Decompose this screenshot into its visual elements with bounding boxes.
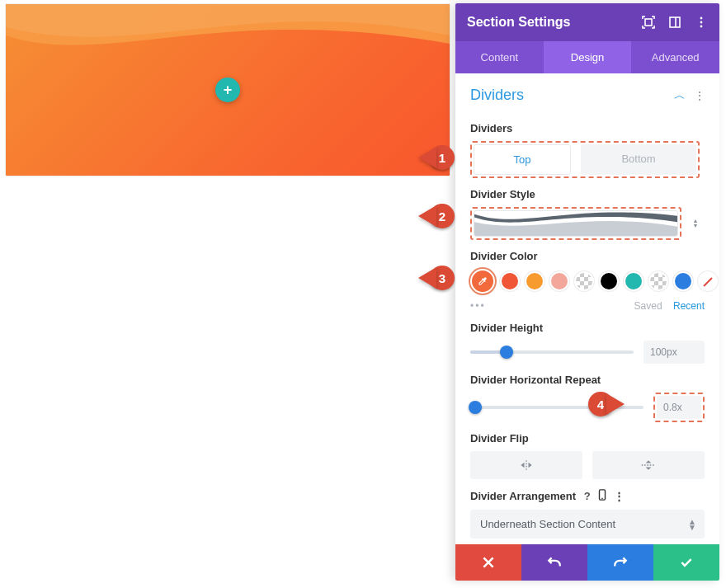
- redo-button[interactable]: [587, 544, 653, 581]
- label-divider-flip: Divider Flip: [470, 432, 705, 445]
- save-button[interactable]: [653, 544, 719, 581]
- section-preview[interactable]: +: [5, 3, 450, 176]
- divider-height-input[interactable]: [644, 341, 705, 364]
- tab-advanced[interactable]: Advanced: [631, 41, 719, 73]
- flip-vertical-button[interactable]: [592, 451, 705, 479]
- help-icon[interactable]: ?: [584, 490, 591, 502]
- add-section-button[interactable]: +: [215, 78, 240, 102]
- label-dividers: Dividers: [470, 122, 705, 134]
- svg-rect-1: [670, 17, 680, 27]
- swatch-2[interactable]: [525, 271, 544, 291]
- field-menu-icon[interactable]: ⋮: [614, 490, 625, 502]
- callout-2: 2: [418, 204, 455, 228]
- section-menu-icon[interactable]: ⋮: [694, 89, 705, 102]
- divider-top-toggle[interactable]: Top: [474, 144, 571, 175]
- swatch-7[interactable]: [648, 271, 668, 291]
- slider-knob[interactable]: [469, 401, 482, 414]
- dock-icon[interactable]: [668, 16, 681, 29]
- panel-menu-icon[interactable]: [695, 16, 708, 29]
- eyedropper-icon: [472, 270, 493, 292]
- expand-icon[interactable]: [642, 16, 655, 29]
- svg-point-6: [601, 498, 603, 500]
- swatch-4[interactable]: [574, 271, 594, 291]
- swatch-recent-tab[interactable]: Recent: [673, 300, 705, 312]
- chevron-updown-icon: ▲▼: [688, 519, 695, 530]
- tabs: Content Design Advanced: [455, 41, 719, 73]
- settings-panel: Section Settings Cont: [455, 3, 719, 581]
- divider-repeat-slider[interactable]: [470, 406, 644, 409]
- svg-point-2: [700, 17, 703, 20]
- panel-header: Section Settings: [455, 3, 719, 41]
- tab-design[interactable]: Design: [544, 41, 632, 73]
- swatch-1[interactable]: [500, 271, 520, 291]
- svg-point-3: [700, 21, 703, 24]
- cancel-button[interactable]: [455, 544, 521, 581]
- svg-rect-0: [645, 19, 652, 26]
- wave-divider: [6, 3, 450, 68]
- divider-style-select[interactable]: [474, 210, 678, 237]
- panel-title: Section Settings: [467, 15, 570, 30]
- divider-style-caret[interactable]: ▲▼: [686, 210, 705, 237]
- svg-point-4: [700, 26, 703, 28]
- label-divider-arrangement: Divider Arrangement ? ⋮: [470, 489, 705, 503]
- swatch-6[interactable]: [624, 271, 644, 291]
- collapse-section-icon[interactable]: ︿: [674, 88, 686, 103]
- color-picker-swatch[interactable]: [470, 269, 495, 294]
- label-divider-repeat: Divider Horizontal Repeat: [470, 374, 705, 386]
- divider-bottom-toggle[interactable]: Bottom: [581, 144, 696, 175]
- divider-repeat-input[interactable]: [657, 396, 701, 419]
- arrangement-value: Underneath Section Content: [480, 518, 615, 530]
- swatch-none[interactable]: [698, 271, 718, 291]
- divider-height-slider[interactable]: [470, 350, 634, 354]
- color-swatches: [470, 269, 705, 294]
- responsive-icon[interactable]: [597, 489, 607, 503]
- label-divider-style: Divider Style: [470, 188, 705, 200]
- slider-knob[interactable]: [500, 346, 513, 359]
- swatch-8[interactable]: [673, 271, 693, 291]
- tab-content[interactable]: Content: [455, 41, 544, 73]
- swatch-3[interactable]: [549, 271, 569, 291]
- panel-footer: [455, 544, 719, 581]
- label-divider-color: Divider Color: [470, 250, 705, 262]
- label-divider-height: Divider Height: [470, 322, 705, 334]
- swatch-5[interactable]: [599, 271, 619, 291]
- section-title: Dividers: [470, 87, 524, 104]
- callout-3: 3: [418, 266, 455, 290]
- undo-button[interactable]: [521, 544, 587, 581]
- panel-body[interactable]: Dividers ︿ ⋮ Dividers Top Bottom Divider…: [455, 73, 719, 544]
- divider-arrangement-select[interactable]: Underneath Section Content ▲▼: [470, 510, 705, 539]
- swatch-more-icon[interactable]: •••: [470, 300, 486, 312]
- flip-horizontal-button[interactable]: [470, 451, 582, 479]
- swatch-saved-tab[interactable]: Saved: [634, 300, 662, 312]
